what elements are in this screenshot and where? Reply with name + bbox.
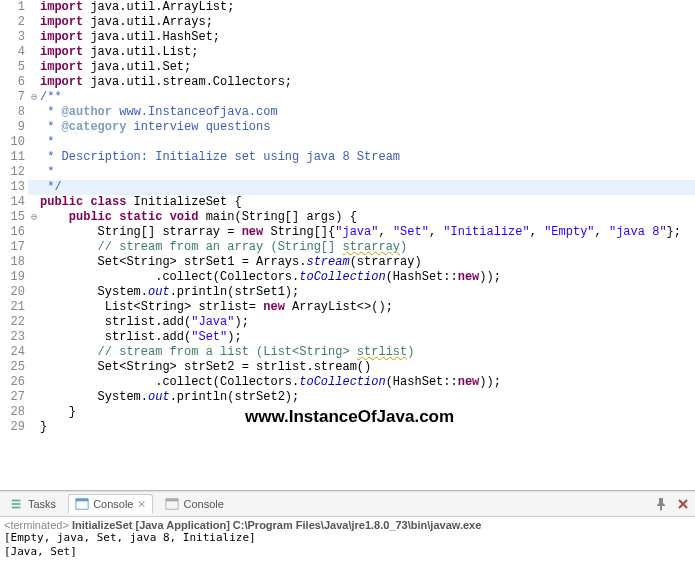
svg-rect-4 <box>76 499 88 502</box>
code-line[interactable]: 20 System.out.println(strSet1); <box>0 285 695 300</box>
code-text[interactable]: import java.util.HashSet; <box>40 30 695 45</box>
console-output: [Empty, java, Set, java 8, Initialize][J… <box>4 531 691 559</box>
code-line[interactable]: 6import java.util.stream.Collectors; <box>0 75 695 90</box>
code-text[interactable]: String[] strarray = new String[]{"java",… <box>40 225 695 240</box>
code-line[interactable]: 5import java.util.Set; <box>0 60 695 75</box>
code-text[interactable]: import java.util.List; <box>40 45 695 60</box>
fold-marker[interactable]: ⊖ <box>28 90 40 105</box>
line-number: 26 <box>0 375 28 390</box>
code-text[interactable]: public class InitializeSet { <box>40 195 695 210</box>
code-text[interactable]: Set<String> strSet1 = Arrays.stream(stra… <box>40 255 695 270</box>
code-editor[interactable]: 1import java.util.ArrayList;2import java… <box>0 0 695 490</box>
line-number: 4 <box>0 45 28 60</box>
code-line[interactable]: 19 .collect(Collectors.toCollection(Hash… <box>0 270 695 285</box>
line-number: 18 <box>0 255 28 270</box>
code-text[interactable]: /** <box>40 90 695 105</box>
code-text[interactable]: import java.util.stream.Collectors; <box>40 75 695 90</box>
code-text[interactable]: // stream from a list (List<String> strl… <box>40 345 695 360</box>
code-line[interactable]: 22 strlist.add("Java"); <box>0 315 695 330</box>
code-text[interactable]: * <box>40 165 695 180</box>
fold-marker <box>28 330 40 345</box>
fold-marker <box>28 285 40 300</box>
code-line[interactable]: 13 */ <box>0 180 695 195</box>
code-line[interactable]: 24 // stream from a list (List<String> s… <box>0 345 695 360</box>
code-line[interactable]: 9 * @category interview questions <box>0 120 695 135</box>
fold-marker <box>28 375 40 390</box>
code-line[interactable]: 7⊖/** <box>0 90 695 105</box>
line-number: 6 <box>0 75 28 90</box>
code-text[interactable]: * Description: Initialize set using java… <box>40 150 695 165</box>
line-number: 1 <box>0 0 28 15</box>
svg-rect-2 <box>12 507 21 509</box>
code-text[interactable]: import java.util.Set; <box>40 60 695 75</box>
code-text[interactable]: import java.util.ArrayList; <box>40 0 695 15</box>
close-icon[interactable] <box>675 496 691 512</box>
code-line[interactable]: 16 String[] strarray = new String[]{"jav… <box>0 225 695 240</box>
fold-marker <box>28 135 40 150</box>
code-text[interactable]: } <box>40 420 695 435</box>
code-line[interactable]: 14public class InitializeSet { <box>0 195 695 210</box>
fold-marker <box>28 0 40 15</box>
code-line[interactable]: 23 strlist.add("Set"); <box>0 330 695 345</box>
tab-console-active[interactable]: Console ⨯ <box>68 494 153 514</box>
code-text[interactable]: */ <box>40 180 695 195</box>
console-terminated-line: <terminated> InitializeSet [Java Applica… <box>4 519 691 531</box>
code-line[interactable]: 25 Set<String> strSet2 = strlist.stream(… <box>0 360 695 375</box>
code-line[interactable]: 15⊖ public static void main(String[] arg… <box>0 210 695 225</box>
code-text[interactable]: Set<String> strSet2 = strlist.stream() <box>40 360 695 375</box>
code-line[interactable]: 21 List<String> strlist= new ArrayList<>… <box>0 300 695 315</box>
code-text[interactable]: System.out.println(strSet2); <box>40 390 695 405</box>
code-line[interactable]: 1import java.util.ArrayList; <box>0 0 695 15</box>
code-line[interactable]: 18 Set<String> strSet1 = Arrays.stream(s… <box>0 255 695 270</box>
code-text[interactable]: .collect(Collectors.toCollection(HashSet… <box>40 270 695 285</box>
line-number: 22 <box>0 315 28 330</box>
line-number: 2 <box>0 15 28 30</box>
line-number: 12 <box>0 165 28 180</box>
code-text[interactable]: .collect(Collectors.toCollection(HashSet… <box>40 375 695 390</box>
code-text[interactable]: strlist.add("Set"); <box>40 330 695 345</box>
code-line[interactable]: 10 * <box>0 135 695 150</box>
tab-close-icon[interactable]: ⨯ <box>137 498 146 511</box>
line-number: 8 <box>0 105 28 120</box>
svg-rect-0 <box>12 500 21 502</box>
code-line[interactable]: 8 * @author www.Instanceofjava.com <box>0 105 695 120</box>
tab-console-other[interactable]: Console <box>159 495 229 513</box>
code-text[interactable]: // stream from an array (String[] strarr… <box>40 240 695 255</box>
tab-console-label: Console <box>93 498 133 510</box>
code-text[interactable]: * <box>40 135 695 150</box>
code-text[interactable]: * @author www.Instanceofjava.com <box>40 105 695 120</box>
tab-tasks[interactable]: Tasks <box>4 495 62 513</box>
fold-marker <box>28 315 40 330</box>
code-text[interactable]: strlist.add("Java"); <box>40 315 695 330</box>
line-number: 27 <box>0 390 28 405</box>
code-line[interactable]: 11 * Description: Initialize set using j… <box>0 150 695 165</box>
line-number: 16 <box>0 225 28 240</box>
code-text[interactable]: import java.util.Arrays; <box>40 15 695 30</box>
code-line[interactable]: 2import java.util.Arrays; <box>0 15 695 30</box>
line-number: 11 <box>0 150 28 165</box>
code-text[interactable]: * @category interview questions <box>40 120 695 135</box>
tab-console-other-label: Console <box>183 498 223 510</box>
pin-icon[interactable] <box>653 496 669 512</box>
code-line[interactable]: 4import java.util.List; <box>0 45 695 60</box>
fold-marker <box>28 195 40 210</box>
code-line[interactable]: 27 System.out.println(strSet2); <box>0 390 695 405</box>
fold-marker <box>28 165 40 180</box>
code-line[interactable]: 12 * <box>0 165 695 180</box>
console-icon <box>75 497 89 511</box>
code-text[interactable]: } <box>40 405 695 420</box>
code-text[interactable]: List<String> strlist= new ArrayList<>(); <box>40 300 695 315</box>
console-line: [Java, Set] <box>4 545 691 559</box>
line-number: 7 <box>0 90 28 105</box>
code-line[interactable]: 26 .collect(Collectors.toCollection(Hash… <box>0 375 695 390</box>
code-text[interactable]: System.out.println(strSet1); <box>40 285 695 300</box>
line-number: 9 <box>0 120 28 135</box>
code-line[interactable]: 3import java.util.HashSet; <box>0 30 695 45</box>
code-line[interactable]: 29} <box>0 420 695 435</box>
fold-marker <box>28 15 40 30</box>
fold-marker[interactable]: ⊖ <box>28 210 40 225</box>
code-text[interactable]: public static void main(String[] args) { <box>40 210 695 225</box>
code-line[interactable]: 28 } <box>0 405 695 420</box>
line-number: 3 <box>0 30 28 45</box>
code-line[interactable]: 17 // stream from an array (String[] str… <box>0 240 695 255</box>
